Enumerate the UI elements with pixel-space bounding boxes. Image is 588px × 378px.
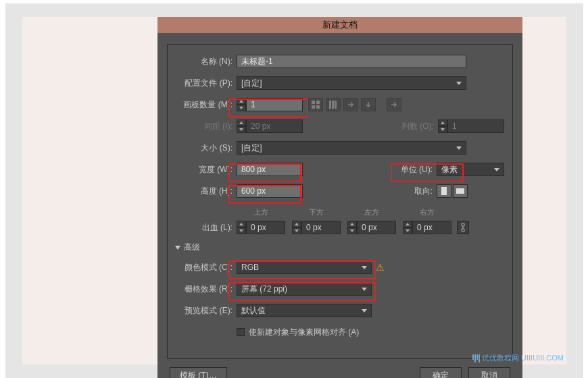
svg-rect-2	[312, 105, 315, 109]
spacing-input: 20 px	[246, 119, 303, 133]
preview-label: 预览模式 (E):	[176, 305, 237, 317]
ok-button[interactable]: 确定	[420, 367, 462, 378]
columns-label: 列数 (O):	[391, 121, 438, 132]
arrow-right-icon[interactable]	[343, 98, 358, 111]
bleed-bottom-spinner[interactable]	[292, 221, 301, 234]
grid-col-icon[interactable]	[326, 98, 341, 111]
new-document-dialog: 新建文档 名称 (N): 未标题-1 配置文件 (P): [自定]	[157, 17, 522, 378]
preview-select[interactable]: 默认值	[237, 304, 372, 317]
units-select[interactable]: 像素	[437, 163, 504, 176]
svg-rect-3	[316, 105, 320, 109]
height-input[interactable]: 600 px	[237, 184, 303, 198]
artboard-spinner[interactable]	[237, 98, 246, 111]
dialog-title: 新建文档	[157, 17, 522, 33]
orientation-landscape-button[interactable]	[453, 184, 468, 198]
colormode-select[interactable]: RGB	[237, 261, 372, 274]
size-label: 大小 (S):	[176, 142, 237, 154]
align-pixel-checkbox[interactable]	[237, 328, 245, 336]
colormode-label: 颜色模式 (C):	[176, 262, 237, 273]
orientation-label: 取向:	[396, 186, 437, 197]
advanced-section-toggle[interactable]: 高级	[176, 242, 504, 253]
spacing-spinner	[237, 119, 246, 133]
warning-icon: ⚠	[376, 262, 385, 273]
watermark: 优优教程网 UIIIUIII.COM	[472, 353, 564, 363]
svg-rect-4	[329, 101, 331, 109]
template-button[interactable]: 模板 (T)…	[170, 367, 227, 378]
link-bleed-icon[interactable]	[457, 221, 469, 234]
bleed-top-spinner[interactable]	[237, 221, 246, 234]
bleed-left-spinner[interactable]	[347, 221, 357, 234]
name-input[interactable]: 未标题-1	[237, 55, 466, 68]
height-label: 高度 (H):	[176, 186, 237, 197]
bleed-bottom-input[interactable]: 0 px	[301, 221, 341, 234]
profile-label: 配置文件 (P):	[176, 78, 237, 89]
bleed-label: 出血 (L):	[176, 222, 237, 234]
raster-select[interactable]: 屏幕 (72 ppi)	[237, 282, 372, 296]
bleed-left-label: 左方	[347, 207, 396, 217]
spacing-label: 间距 (I):	[176, 121, 237, 132]
profile-select[interactable]: [自定]	[237, 76, 466, 90]
width-input[interactable]: 800 px	[237, 163, 303, 176]
bleed-top-input[interactable]: 0 px	[246, 221, 285, 234]
cancel-button[interactable]: 取消	[468, 367, 510, 378]
bleed-right-spinner[interactable]	[403, 221, 412, 234]
bleed-left-input[interactable]: 0 px	[357, 221, 396, 234]
arrow-next-icon[interactable]	[387, 98, 401, 111]
grid-row-icon[interactable]	[308, 98, 323, 111]
orientation-portrait-button[interactable]	[437, 184, 451, 198]
svg-rect-0	[312, 101, 315, 104]
size-select[interactable]: [自定]	[237, 141, 466, 155]
units-label: 单位 (U):	[396, 164, 437, 176]
width-label: 宽度 (W):	[176, 164, 237, 176]
raster-label: 栅格效果 (R):	[176, 284, 237, 295]
bleed-top-label: 上方	[237, 207, 285, 217]
svg-rect-1	[316, 101, 320, 104]
bleed-right-input[interactable]: 0 px	[412, 221, 451, 234]
svg-rect-5	[332, 101, 334, 109]
disclosure-triangle-icon	[175, 246, 180, 250]
columns-input: 1	[447, 119, 504, 133]
name-label: 名称 (N):	[176, 56, 237, 68]
artboards-input[interactable]: 1	[246, 98, 303, 111]
columns-spinner	[438, 119, 447, 133]
align-pixel-label: 使新建对象与像素网格对齐 (A)	[249, 327, 359, 338]
svg-rect-6	[335, 101, 337, 109]
arrow-down-icon[interactable]	[361, 98, 376, 111]
bleed-right-label: 右方	[403, 207, 451, 217]
artboards-label: 画板数量 (M):	[176, 99, 237, 111]
bleed-bottom-label: 下方	[292, 207, 341, 217]
